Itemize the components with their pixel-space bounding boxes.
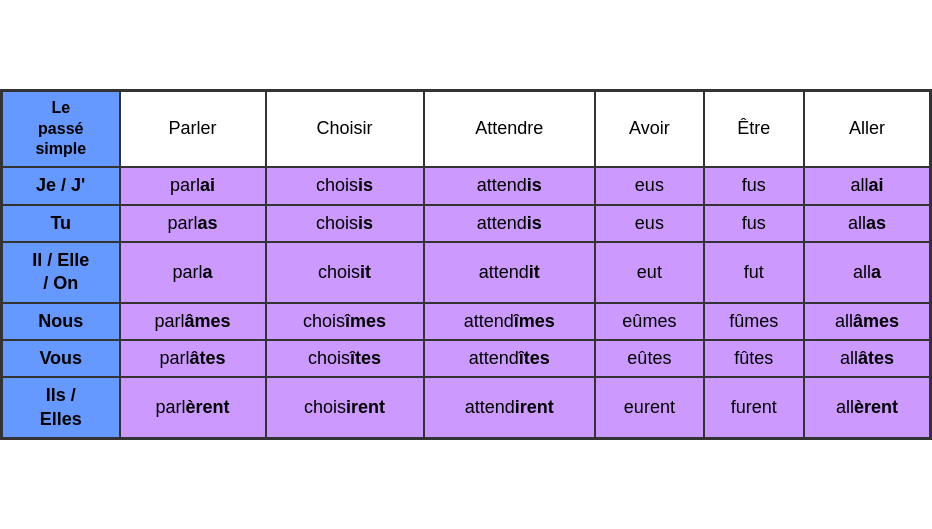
aller-il: alla xyxy=(804,242,931,303)
avoir-vous: eûtes xyxy=(595,340,704,377)
attendre-nous: attendîmes xyxy=(424,303,596,340)
subject-nous: Nous xyxy=(2,303,120,340)
table-row: Il / Elle/ On parla choisit attendit eut… xyxy=(2,242,931,303)
column-header-attendre: Attendre xyxy=(424,90,596,167)
attendre-il: attendit xyxy=(424,242,596,303)
aller-je: allai xyxy=(804,167,931,204)
attendre-tu: attendis xyxy=(424,205,596,242)
aller-nous: allâmes xyxy=(804,303,931,340)
choisir-je: choisis xyxy=(266,167,424,204)
column-header-choisir: Choisir xyxy=(266,90,424,167)
choisir-il: choisit xyxy=(266,242,424,303)
parler-il: parla xyxy=(120,242,266,303)
parler-tu: parlas xyxy=(120,205,266,242)
conjugation-table: Lepassésimple Parler Choisir Attendre Av… xyxy=(0,89,932,441)
avoir-tu: eus xyxy=(595,205,704,242)
column-header-parler: Parler xyxy=(120,90,266,167)
subject-tu: Tu xyxy=(2,205,120,242)
subject-vous: Vous xyxy=(2,340,120,377)
header-row: Lepassésimple Parler Choisir Attendre Av… xyxy=(2,90,931,167)
table-row: Je / J' parlai choisis attendis eus fus … xyxy=(2,167,931,204)
parler-je: parlai xyxy=(120,167,266,204)
avoir-ils: eurent xyxy=(595,377,704,438)
etre-ils: furent xyxy=(704,377,804,438)
etre-nous: fûmes xyxy=(704,303,804,340)
etre-tu: fus xyxy=(704,205,804,242)
subject-ils: Ils /Elles xyxy=(2,377,120,438)
column-header-etre: Être xyxy=(704,90,804,167)
avoir-nous: eûmes xyxy=(595,303,704,340)
parler-nous: parlâmes xyxy=(120,303,266,340)
choisir-vous: choisîtes xyxy=(266,340,424,377)
table-row: Nous parlâmes choisîmes attendîmes eûmes… xyxy=(2,303,931,340)
table-title: Lepassésimple xyxy=(2,90,120,167)
etre-je: fus xyxy=(704,167,804,204)
choisir-nous: choisîmes xyxy=(266,303,424,340)
aller-ils: allèrent xyxy=(804,377,931,438)
table-row: Ils /Elles parlèrent choisirent attendir… xyxy=(2,377,931,438)
aller-tu: allas xyxy=(804,205,931,242)
choisir-ils: choisirent xyxy=(266,377,424,438)
attendre-je: attendis xyxy=(424,167,596,204)
parler-ils: parlèrent xyxy=(120,377,266,438)
table-row: Vous parlâtes choisîtes attendîtes eûtes… xyxy=(2,340,931,377)
avoir-il: eut xyxy=(595,242,704,303)
etre-il: fut xyxy=(704,242,804,303)
column-header-aller: Aller xyxy=(804,90,931,167)
table-row: Tu parlas choisis attendis eus fus allas xyxy=(2,205,931,242)
parler-vous: parlâtes xyxy=(120,340,266,377)
column-header-avoir: Avoir xyxy=(595,90,704,167)
avoir-je: eus xyxy=(595,167,704,204)
subject-il: Il / Elle/ On xyxy=(2,242,120,303)
attendre-ils: attendirent xyxy=(424,377,596,438)
subject-je: Je / J' xyxy=(2,167,120,204)
attendre-vous: attendîtes xyxy=(424,340,596,377)
aller-vous: allâtes xyxy=(804,340,931,377)
choisir-tu: choisis xyxy=(266,205,424,242)
etre-vous: fûtes xyxy=(704,340,804,377)
